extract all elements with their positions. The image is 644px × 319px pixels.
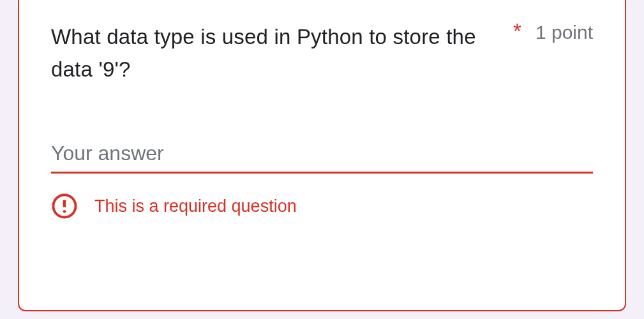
- required-asterisk: *: [513, 19, 521, 43]
- answer-input[interactable]: [51, 137, 593, 174]
- error-message: This is a required question: [51, 193, 593, 219]
- alert-icon: [51, 193, 78, 219]
- error-text: This is a required question: [94, 197, 297, 216]
- points-label: 1 point: [535, 22, 593, 43]
- svg-point-2: [63, 210, 66, 213]
- question-header: What data type is used in Python to stor…: [51, 20, 593, 85]
- question-card: What data type is used in Python to stor…: [18, 0, 626, 311]
- question-text: What data type is used in Python to stor…: [51, 20, 499, 85]
